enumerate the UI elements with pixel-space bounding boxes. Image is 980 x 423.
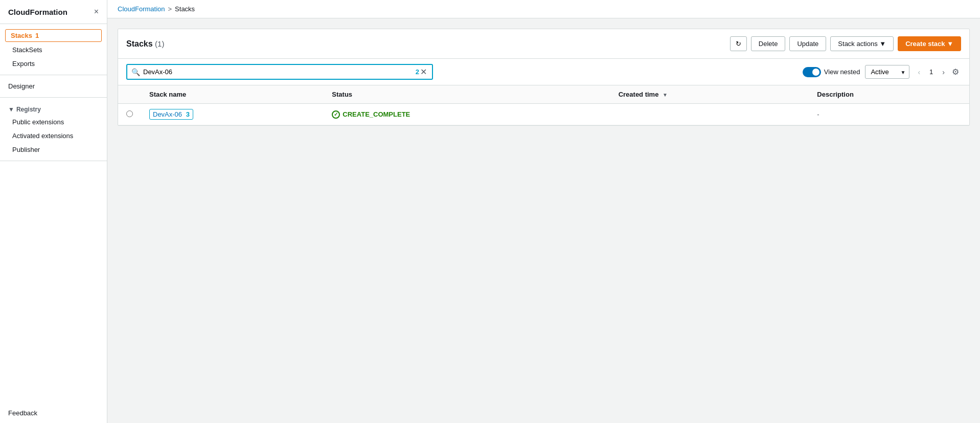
stacks-panel: Stacks (1) ↻ Delete Update Stack actions…: [118, 29, 970, 126]
stack-name-link[interactable]: DevAx-06 3: [149, 109, 193, 120]
search-input[interactable]: [143, 68, 414, 76]
table-settings-button[interactable]: ⚙: [950, 65, 961, 79]
sidebar-divider-2: [0, 97, 107, 98]
table-body: DevAx-06 3 ✓ CREATE_COMPLETE: [118, 104, 969, 125]
row-status-cell: ✓ CREATE_COMPLETE: [324, 104, 610, 125]
panel-title-area: Stacks (1): [126, 39, 164, 49]
search-annotation: 2: [416, 68, 419, 76]
sidebar: CloudFormation × Stacks 1 StackSets Expo…: [0, 0, 107, 423]
sidebar-item-stacks[interactable]: Stacks 1: [5, 29, 102, 42]
view-nested-label: View nested: [824, 68, 860, 76]
sidebar-divider-3: [0, 161, 107, 161]
search-icon: 🔍: [131, 68, 140, 76]
sidebar-registry-group: ▼ Registry: [0, 102, 107, 115]
sidebar-stacks-number: 1: [35, 32, 39, 39]
table-header-row: Stack name Status Created time ▼ Descrip…: [118, 85, 969, 104]
refresh-button[interactable]: ↻: [730, 36, 747, 51]
breadcrumb-cloudformation[interactable]: CloudFormation: [118, 5, 165, 13]
pagination: ‹ 1 › ⚙: [915, 65, 961, 79]
filter-wrapper: Active Deleted All: [865, 65, 909, 79]
breadcrumb-stacks: Stacks: [175, 5, 195, 13]
content-area: Stacks (1) ↻ Delete Update Stack actions…: [107, 18, 980, 423]
page-number: 1: [925, 66, 937, 78]
sidebar-feedback[interactable]: Feedback: [0, 403, 107, 423]
sidebar-item-activated-extensions[interactable]: Activated extensions: [0, 129, 107, 143]
col-status: Status: [324, 85, 610, 104]
sort-icon: ▼: [663, 92, 668, 98]
sidebar-divider-1: [0, 75, 107, 75]
sidebar-item-exports[interactable]: Exports: [0, 57, 107, 71]
row-created-time-cell: [610, 104, 809, 125]
next-page-button[interactable]: ›: [939, 66, 948, 78]
sidebar-close-button[interactable]: ×: [94, 7, 99, 16]
sidebar-item-public-extensions[interactable]: Public extensions: [0, 115, 107, 129]
sidebar-item-stacksets[interactable]: StackSets: [0, 43, 107, 57]
row-description-cell: -: [809, 104, 969, 125]
col-stack-name: Stack name: [141, 85, 324, 104]
main-content: CloudFormation > Stacks Stacks (1) ↻ Del…: [107, 0, 980, 423]
row-annotation: 3: [186, 110, 190, 118]
panel-count: (1): [155, 39, 164, 48]
status-badge: ✓ CREATE_COMPLETE: [332, 110, 602, 119]
toolbar: 🔍 2 ✕ View nested Active Deleted: [118, 59, 969, 85]
sidebar-header: CloudFormation ×: [0, 0, 107, 24]
sidebar-nav: Stacks 1 StackSets Exports Designer ▼ Re…: [0, 24, 107, 403]
col-radio: [118, 85, 141, 104]
status-icon: ✓: [332, 110, 340, 119]
col-created-time: Created time ▼: [610, 85, 809, 104]
app-title: CloudFormation: [8, 8, 67, 16]
row-name-cell: DevAx-06 3: [141, 104, 324, 125]
table-row: DevAx-06 3 ✓ CREATE_COMPLETE: [118, 104, 969, 125]
view-nested-toggle[interactable]: [803, 67, 821, 77]
clear-search-button[interactable]: ✕: [419, 67, 428, 77]
prev-page-button[interactable]: ‹: [915, 66, 923, 78]
sidebar-item-publisher[interactable]: Publisher: [0, 143, 107, 157]
stacks-table: Stack name Status Created time ▼ Descrip…: [118, 85, 969, 125]
registry-chevron-icon: ▼: [8, 106, 14, 113]
row-radio-cell: [118, 104, 141, 125]
status-filter-select[interactable]: Active Deleted All: [865, 65, 909, 79]
panel-title: Stacks (1): [126, 39, 164, 48]
panel-header: Stacks (1) ↻ Delete Update Stack actions…: [118, 29, 969, 59]
sidebar-item-designer[interactable]: Designer: [0, 79, 107, 93]
stack-actions-chevron-icon: ▼: [879, 40, 886, 48]
table-header: Stack name Status Created time ▼ Descrip…: [118, 85, 969, 104]
col-description: Description: [809, 85, 969, 104]
update-button[interactable]: Update: [789, 36, 826, 51]
breadcrumb: CloudFormation > Stacks: [107, 0, 980, 18]
create-stack-button[interactable]: Create stack ▼: [898, 36, 961, 51]
panel-actions: ↻ Delete Update Stack actions ▼ Create s…: [730, 36, 961, 51]
row-radio-input[interactable]: [126, 110, 133, 117]
sidebar-stacks-label: Stacks: [11, 32, 32, 39]
view-nested-container: View nested: [803, 67, 860, 77]
toggle-slider: [803, 67, 821, 77]
breadcrumb-separator: >: [168, 5, 172, 13]
create-stack-chevron-icon: ▼: [947, 40, 953, 48]
delete-button[interactable]: Delete: [751, 36, 786, 51]
search-box: 🔍 2 ✕: [126, 64, 433, 80]
stack-actions-button[interactable]: Stack actions ▼: [830, 36, 894, 51]
